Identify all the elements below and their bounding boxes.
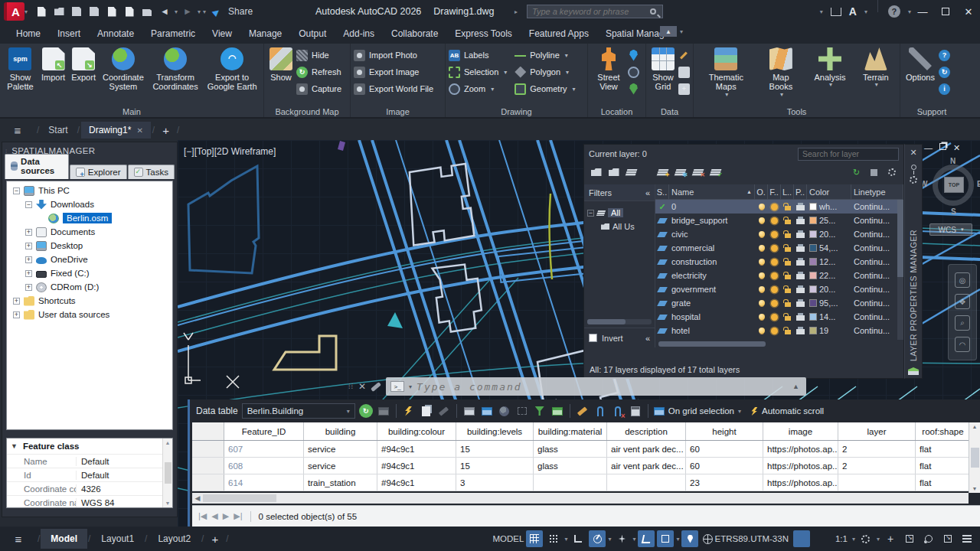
palette-properties-icon[interactable]: [910, 176, 917, 184]
grid-column-header[interactable]: Feature_ID: [224, 422, 304, 440]
layer-settings-toggle-icon[interactable]: [867, 166, 881, 178]
lineweight-toggle[interactable]: [657, 530, 674, 547]
refresh-map-button[interactable]: ↻Refresh: [296, 64, 341, 80]
polygon-button[interactable]: Polygon▾: [514, 64, 575, 80]
layer-freeze-toggle[interactable]: [768, 214, 781, 227]
layer-freeze-toggle[interactable]: [768, 269, 781, 282]
layer-linetype-cell[interactable]: Continu...: [851, 227, 897, 241]
search-icon[interactable]: [650, 8, 656, 15]
tab-data-sources[interactable]: Data sources: [5, 154, 69, 179]
import-button[interactable]: ↖Import: [39, 46, 67, 103]
field-calc-icon[interactable]: [629, 404, 642, 418]
file-tab-start[interactable]: Start: [41, 122, 75, 139]
new-property-filter-icon[interactable]: [589, 166, 603, 178]
layer-linetype-cell[interactable]: Continu...: [851, 296, 897, 310]
analysis-button[interactable]: Analysis▾: [812, 46, 848, 103]
view-cube[interactable]: TOP N S W E: [926, 160, 980, 214]
maximize-button[interactable]: [934, 0, 957, 23]
ribbon-tab[interactable]: View: [204, 23, 240, 44]
grid-column-header[interactable]: description: [607, 422, 686, 440]
undo-caret-icon[interactable]: ▾: [175, 8, 178, 15]
layer-freeze-toggle[interactable]: [768, 310, 781, 324]
layer-freeze-toggle[interactable]: [768, 324, 781, 337]
layer-color-cell[interactable]: 19: [807, 324, 851, 337]
copy-rows-icon[interactable]: [420, 404, 433, 418]
tree-item-onedrive[interactable]: +OneDrive: [7, 253, 172, 266]
annotation-visibility-toggle[interactable]: [793, 530, 810, 547]
customization-menu-icon[interactable]: [959, 530, 975, 547]
layout1-tab[interactable]: Layout1: [91, 529, 144, 549]
tree-item-user-data-sources[interactable]: +User data sources: [7, 308, 172, 321]
wcs-dropdown[interactable]: WCS▾: [929, 223, 972, 236]
open-file-icon[interactable]: [51, 4, 67, 19]
ribbon-tab[interactable]: Manage: [240, 23, 290, 44]
grid-column-header[interactable]: building: [304, 422, 377, 440]
new-layer-icon[interactable]: ✦: [655, 166, 670, 178]
layer-lock-toggle[interactable]: [781, 282, 794, 296]
tree-item-fixed-c[interactable]: +Fixed (C:): [7, 266, 172, 280]
cell-image[interactable]: https://photos.ap...: [763, 458, 838, 474]
layer-lock-toggle[interactable]: [781, 241, 794, 255]
doc-restore-icon[interactable]: [939, 143, 946, 150]
collapse-filters-icon[interactable]: «: [645, 188, 650, 197]
export-table-icon[interactable]: [462, 404, 476, 418]
thematic-maps-button[interactable]: Thematic Maps▾: [702, 46, 750, 103]
layer-on-toggle[interactable]: [755, 200, 768, 214]
collapse-bottom-icon[interactable]: «: [645, 334, 650, 343]
layer-color-cell[interactable]: 20...: [807, 282, 851, 296]
layer-color-cell[interactable]: 12...: [807, 255, 851, 269]
cell-layer[interactable]: 2: [838, 441, 916, 457]
remove-attachment-icon[interactable]: [611, 404, 625, 418]
collapse-icon[interactable]: −: [25, 201, 32, 208]
clear-selection-icon[interactable]: [515, 404, 529, 418]
edit-cell-icon[interactable]: [576, 404, 590, 418]
snap-caret-icon[interactable]: ▾: [564, 536, 567, 543]
col-on[interactable]: O.: [755, 184, 768, 199]
expand-icon[interactable]: +: [25, 284, 32, 291]
expand-icon[interactable]: +: [25, 270, 32, 277]
layer-states-manager-icon[interactable]: [624, 166, 639, 178]
viewcube-north[interactable]: N: [950, 157, 956, 165]
share-label[interactable]: Share: [228, 6, 253, 17]
ribbon-tab[interactable]: Add-ins: [335, 23, 383, 44]
layer-row[interactable]: ✓ hospital 14... Continu...: [655, 310, 897, 324]
grid-row[interactable]: 607 service #94c9c1 15 glass air vent pa…: [192, 441, 980, 458]
layer-linetype-cell[interactable]: Continu...: [851, 282, 897, 296]
cell-height[interactable]: 60: [686, 441, 763, 457]
locate-feature-button[interactable]: [628, 64, 639, 80]
ortho-mode-toggle[interactable]: [570, 530, 586, 547]
grid-column-header[interactable]: roof:shape: [916, 422, 971, 440]
export-google-earth-button[interactable]: ◠Export to Google Earth: [204, 46, 260, 103]
osnap-tracking-caret-icon[interactable]: ▾: [632, 536, 635, 543]
row-selector-header[interactable]: [192, 422, 224, 440]
layer-linetype-cell[interactable]: Continu...: [851, 255, 897, 269]
feature-class-scrollbar[interactable]: ▲▼: [162, 439, 172, 507]
feature-class-row[interactable]: Name Default: [7, 454, 172, 468]
show-palette-button[interactable]: spmShow Palette: [3, 46, 38, 103]
cell-feature-id[interactable]: 607: [224, 441, 304, 457]
row-selector-cell[interactable]: [192, 458, 224, 474]
pan-icon[interactable]: ✥: [955, 294, 970, 309]
polyline-button[interactable]: Polyline▾: [514, 47, 575, 63]
capture-map-button[interactable]: Capture: [296, 81, 341, 96]
layer-name[interactable]: hospital: [669, 310, 755, 324]
grid-column-header[interactable]: building:levels: [456, 422, 534, 440]
cell-feature-id[interactable]: 608: [224, 458, 304, 474]
layout-menu-icon[interactable]: ≡: [0, 533, 37, 546]
help-search-box[interactable]: [527, 5, 663, 18]
export-button[interactable]: ↘Export: [69, 46, 98, 103]
layer-color-cell[interactable]: 22...: [807, 269, 851, 282]
tree-item-berlin-osm[interactable]: Berlin.osm: [7, 211, 172, 225]
polar-caret-icon[interactable]: ▾: [608, 536, 611, 543]
selected-rows-table-icon[interactable]: [550, 404, 564, 418]
cell-description[interactable]: air vent park dec...: [607, 458, 686, 474]
ribbon-tab[interactable]: Featured Apps: [521, 23, 597, 44]
coordinate-system-button[interactable]: Coordinate System: [100, 46, 147, 103]
file-tabs-menu-icon[interactable]: ≡: [0, 124, 35, 137]
filter-all-used[interactable]: All Us: [587, 220, 652, 233]
property-value[interactable]: WGS 84: [76, 498, 172, 507]
object-snap-toggle[interactable]: [638, 530, 655, 547]
layer-plot-toggle[interactable]: [794, 282, 807, 296]
tree-item-shortcuts[interactable]: +Shortcuts: [7, 294, 172, 308]
refresh-layers-icon[interactable]: ↻: [849, 166, 864, 178]
